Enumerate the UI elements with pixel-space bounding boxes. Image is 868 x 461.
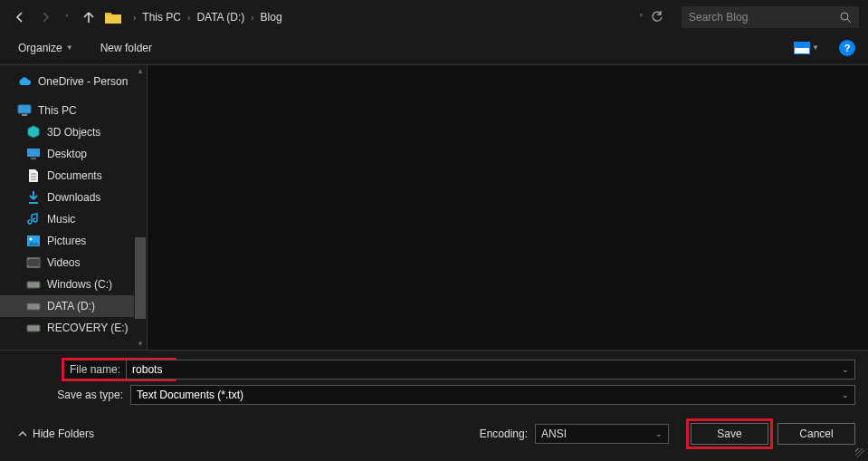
svg-point-15 (37, 329, 39, 331)
svg-rect-1 (18, 105, 31, 113)
search-placeholder: Search Blog (689, 11, 840, 24)
forward-button[interactable] (34, 6, 56, 28)
resize-grip[interactable] (854, 447, 864, 457)
refresh-icon[interactable] (651, 11, 663, 24)
svg-rect-10 (27, 282, 40, 288)
tree-item-data-d[interactable]: DATA (D:) (0, 295, 147, 317)
nav-tree[interactable]: OneDrive - PersonThis PC3D ObjectsDeskto… (0, 65, 147, 350)
tree-item-downloads[interactable]: Downloads (0, 187, 147, 208)
recent-locations-dropdown[interactable]: ˅ (60, 6, 74, 28)
video-icon (25, 255, 42, 270)
svg-rect-7 (27, 258, 40, 267)
svg-point-13 (37, 307, 39, 309)
chevron-down-icon[interactable]: ⌄ (655, 429, 663, 438)
tree-item-this-pc[interactable]: This PC (0, 100, 147, 121)
tree-item-label: Documents (47, 169, 102, 182)
scroll-down-icon[interactable]: ▼ (135, 338, 146, 350)
tree-item-label: DATA (D:) (47, 300, 95, 312)
svg-point-0 (841, 13, 848, 20)
tree-item-label: OneDrive - Person (38, 75, 128, 88)
filename-row: File name: robots ⌄ (13, 360, 855, 379)
action-row: Hide Folders Encoding: ANSI ⌄ Save Cance… (13, 410, 855, 452)
chevron-down-icon[interactable]: ⌄ (842, 390, 849, 399)
cloud-icon (16, 74, 33, 89)
download-icon (25, 190, 42, 205)
chevron-up-icon (18, 429, 27, 438)
cancel-button[interactable]: Cancel (777, 423, 855, 445)
svg-rect-9 (28, 265, 29, 266)
new-folder-button[interactable]: New folder (95, 38, 157, 58)
savetype-select[interactable]: Text Documents (*.txt) ⌄ (130, 385, 855, 405)
svg-rect-14 (27, 325, 40, 331)
search-input[interactable]: Search Blog (682, 6, 859, 28)
pc-icon (16, 103, 33, 118)
cube-icon (25, 125, 42, 139)
savetype-label: Save as type: (13, 389, 130, 401)
address-bar: ˅ › This PC › DATA (D:) › Blog ˅ Search … (0, 0, 868, 34)
folder-icon (103, 8, 123, 26)
tree-item-desktop[interactable]: Desktop (0, 143, 147, 165)
tree-item-label: Videos (47, 256, 80, 269)
filename-highlight: File name: robots (63, 360, 175, 379)
doc-icon (25, 168, 42, 183)
organize-button[interactable]: Organize▼ (13, 38, 79, 58)
tree-item-onedrive-person[interactable]: OneDrive - Person (0, 71, 147, 92)
drive-icon (25, 277, 42, 292)
breadcrumb-segment[interactable]: This PC (137, 9, 186, 25)
breadcrumb-segment[interactable]: DATA (D:) (191, 9, 250, 25)
picture-icon (25, 234, 42, 248)
svg-rect-12 (27, 303, 40, 310)
tree-item-label: 3D Objects (47, 126, 100, 139)
tree-item-documents[interactable]: Documents (0, 165, 147, 187)
up-button[interactable] (78, 6, 100, 28)
encoding-select[interactable]: ANSI ⌄ (535, 424, 669, 444)
body-area: OneDrive - PersonThis PC3D ObjectsDeskto… (0, 65, 868, 350)
svg-point-6 (30, 238, 33, 241)
tree-item-windows-c[interactable]: Windows (C:) (0, 274, 147, 295)
music-icon (25, 212, 42, 226)
drive-icon (25, 299, 42, 313)
save-button[interactable]: Save (691, 423, 768, 445)
tree-item-label: RECOVERY (E:) (47, 322, 129, 334)
svg-rect-8 (28, 259, 29, 260)
chevron-down-icon: ▼ (66, 43, 73, 52)
tree-item-3d-objects[interactable]: 3D Objects (0, 121, 147, 143)
tree-item-label: Music (47, 213, 75, 226)
hide-folders-button[interactable]: Hide Folders (13, 427, 94, 440)
tree-item-label: Windows (C:) (47, 278, 112, 291)
save-panel: File name: robots ⌄ Save as type: Text D… (0, 350, 868, 456)
chevron-down-icon[interactable]: ▼ (812, 43, 819, 52)
tree-item-pictures[interactable]: Pictures (0, 230, 147, 252)
chevron-down-icon[interactable]: ˅ (639, 13, 644, 23)
chevron-down-icon[interactable]: ⌄ (842, 365, 849, 374)
filename-input-left[interactable]: robots (126, 360, 175, 379)
tree-item-label: Downloads (47, 191, 100, 204)
file-list[interactable] (147, 65, 868, 350)
scroll-up-icon[interactable]: ▲ (135, 65, 146, 77)
view-options-icon[interactable] (794, 42, 810, 54)
tree-item-label: Pictures (47, 235, 86, 247)
scroll-thumb[interactable] (135, 237, 146, 319)
filename-input[interactable]: ⌄ (175, 360, 855, 379)
back-button[interactable] (9, 6, 31, 28)
svg-rect-3 (27, 149, 40, 157)
svg-point-11 (37, 285, 39, 287)
tree-item-recovery-e[interactable]: RECOVERY (E:) (0, 317, 147, 339)
breadcrumb[interactable]: › This PC › DATA (D:) › Blog ˅ (129, 6, 672, 28)
drive-icon (25, 321, 42, 335)
svg-rect-4 (31, 158, 36, 159)
tree-item-label: Desktop (47, 148, 87, 160)
tree-scrollbar[interactable]: ▲▼ (134, 65, 147, 350)
help-icon[interactable]: ? (839, 40, 855, 56)
savetype-row: Save as type: Text Documents (*.txt) ⌄ (13, 385, 855, 405)
desktop-icon (25, 147, 42, 161)
tree-item-label: This PC (38, 104, 77, 117)
encoding-label: Encoding: (480, 427, 535, 440)
organize-toolbar: Organize▼ New folder ▼ ? (0, 34, 868, 65)
tree-item-videos[interactable]: Videos (0, 252, 147, 274)
search-icon (840, 12, 852, 24)
svg-rect-2 (22, 114, 27, 116)
filename-label: File name: (63, 360, 126, 379)
breadcrumb-segment[interactable]: Blog (255, 9, 288, 25)
tree-item-music[interactable]: Music (0, 208, 147, 230)
